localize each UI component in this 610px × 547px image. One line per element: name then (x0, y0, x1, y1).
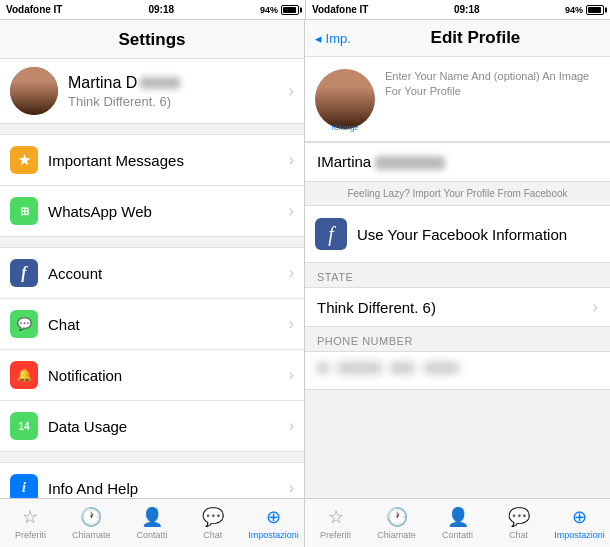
profile-edit-section: IChange Enter Your Name And (optional) A… (305, 57, 610, 142)
contatti-label-left: Contatti (136, 530, 167, 540)
chat-chevron: › (289, 315, 294, 333)
edit-content: IChange Enter Your Name And (optional) A… (305, 57, 610, 498)
settings-section-2: f Account › 💬 Chat › 🔔 Notification › 14… (0, 247, 304, 452)
settings-list: Martina D Think Different. 6) › ★ Import… (0, 59, 304, 498)
phone-section-header: PHONE NUMBER (305, 327, 610, 351)
impostazioni-icon-right: ⊕ (572, 506, 587, 528)
right-carrier: Vodafone IT (312, 4, 368, 15)
settings-section-3: i Info And Help › ♥ Nillo AUP Friend › (0, 462, 304, 498)
left-status-icons: 94% (260, 5, 299, 15)
right-tab-bar: ☆ Preferiti 🕐 Chiamate 👤 Contatti 💬 Chat… (305, 498, 610, 547)
info-help-chevron: › (289, 479, 294, 497)
facebook-icon-large: f (315, 218, 347, 250)
left-header: Settings (0, 20, 304, 59)
important-messages-chevron: › (289, 151, 294, 169)
settings-section-1: ★ Important Messages › ⊞ WhatsApp Web › (0, 134, 304, 237)
settings-item-chat[interactable]: 💬 Chat › (0, 299, 304, 350)
phone-blurred-2 (337, 362, 382, 374)
account-chevron: › (289, 264, 294, 282)
chat-icon: 💬 (10, 310, 38, 338)
avatar-image (10, 67, 58, 115)
profile-status: Think Different. 6) (68, 94, 289, 109)
fb-hint-text: Feeling Lazy? Import Your Profile From F… (305, 182, 610, 205)
important-messages-icon: ★ (10, 146, 38, 174)
preferiti-icon-right: ☆ (328, 506, 344, 528)
chiamate-label-left: Chiamate (72, 530, 111, 540)
tab-impostazioni-right[interactable]: ⊕ Impostazioni (549, 499, 610, 547)
tab-chiamate-left[interactable]: 🕐 Chiamate (61, 499, 122, 547)
edit-profile-title: Edit Profile (351, 28, 600, 48)
tab-chat-right[interactable]: 💬 Chat (488, 499, 549, 547)
tab-contatti-right[interactable]: 👤 Contatti (427, 499, 488, 547)
contatti-icon-left: 👤 (141, 506, 163, 528)
edit-profile-text: Enter Your Name And (optional) An Image … (385, 69, 600, 104)
tab-chiamate-right[interactable]: 🕐 Chiamate (366, 499, 427, 547)
edit-avatar (315, 69, 375, 129)
profile-info: Martina D Think Different. 6) (68, 74, 289, 109)
profile-avatar (10, 67, 58, 115)
right-battery-icon (586, 5, 604, 15)
chiamate-label-right: Chiamate (377, 530, 416, 540)
left-battery-icon (281, 5, 299, 15)
notification-label: Notification (48, 367, 289, 384)
whatsapp-web-icon: ⊞ (10, 197, 38, 225)
impostazioni-label-right: Impostazioni (554, 530, 605, 540)
right-battery-pct: 94% (565, 5, 583, 15)
right-tab-bar-inner: ☆ Preferiti 🕐 Chiamate 👤 Contatti 💬 Chat… (305, 499, 610, 547)
whatsapp-web-chevron: › (289, 202, 294, 220)
tab-impostazioni-left[interactable]: ⊕ Impostazioni (243, 499, 304, 547)
right-time: 09:18 (454, 4, 480, 15)
preferiti-icon-left: ☆ (22, 506, 38, 528)
fb-button-label: Use Your Facebook Information (357, 226, 567, 243)
data-usage-icon: 14 (10, 412, 38, 440)
settings-title: Settings (118, 30, 185, 49)
ichange-label: IChange (332, 124, 358, 131)
state-value: Think Different. 6) (317, 299, 436, 316)
settings-item-important-messages[interactable]: ★ Important Messages › (0, 134, 304, 186)
right-status-icons: 94% (565, 5, 604, 15)
contatti-label-right: Contatti (442, 530, 473, 540)
settings-item-account[interactable]: f Account › (0, 247, 304, 299)
profile-chevron-icon: › (289, 82, 294, 100)
info-help-icon: i (10, 474, 38, 498)
tab-chat-left[interactable]: 💬 Chat (182, 499, 243, 547)
impostazioni-label-left: Impostazioni (248, 530, 299, 540)
notification-chevron: › (289, 366, 294, 384)
fb-use-button[interactable]: f Use Your Facebook Information (305, 205, 610, 263)
back-button[interactable]: ◂ Imp. (315, 31, 351, 46)
notification-icon: 🔔 (10, 361, 38, 389)
left-tab-bar: ☆ Preferiti 🕐 Chiamate 👤 Contatti 💬 Chat… (0, 498, 304, 547)
chiamate-icon-right: 🕐 (386, 506, 408, 528)
phone-field-row[interactable] (305, 351, 610, 390)
tab-preferiti-left[interactable]: ☆ Preferiti (0, 499, 61, 547)
name-input-row[interactable]: IMartina (305, 143, 610, 181)
whatsapp-web-label: WhatsApp Web (48, 203, 289, 220)
right-status-bar: Vodafone IT 09:18 94% (305, 0, 610, 20)
chat-label: Chat (48, 316, 289, 333)
account-icon: f (10, 259, 38, 287)
chat-tab-icon-left: 💬 (202, 506, 224, 528)
left-carrier: Vodafone IT (6, 4, 62, 15)
tab-preferiti-right[interactable]: ☆ Preferiti (305, 499, 366, 547)
chiamate-icon-left: 🕐 (80, 506, 102, 528)
account-label: Account (48, 265, 289, 282)
left-time: 09:18 (148, 4, 174, 15)
contatti-icon-right: 👤 (447, 506, 469, 528)
phone-blurred-1 (317, 362, 329, 374)
status-bars: Vodafone IT 09:18 94% Vodafone IT 09:18 … (0, 0, 610, 20)
phone-blurred-4 (424, 362, 459, 374)
name-blurred (375, 156, 445, 170)
edit-avatar-wrapper[interactable]: IChange (315, 69, 375, 129)
state-section-header: STATE (305, 263, 610, 287)
profile-row[interactable]: Martina D Think Different. 6) › (0, 59, 304, 124)
settings-item-info-help[interactable]: i Info And Help › (0, 462, 304, 498)
impostazioni-icon-left: ⊕ (266, 506, 281, 528)
settings-item-data-usage[interactable]: 14 Data Usage › (0, 401, 304, 452)
chat-tab-icon-right: 💬 (508, 506, 530, 528)
settings-item-whatsapp-web[interactable]: ⊞ WhatsApp Web › (0, 186, 304, 237)
tab-contatti-left[interactable]: 👤 Contatti (122, 499, 183, 547)
important-messages-label: Important Messages (48, 152, 289, 169)
settings-item-notification[interactable]: 🔔 Notification › (0, 350, 304, 401)
left-battery-pct: 94% (260, 5, 278, 15)
state-field-row[interactable]: Think Different. 6) › (305, 287, 610, 327)
